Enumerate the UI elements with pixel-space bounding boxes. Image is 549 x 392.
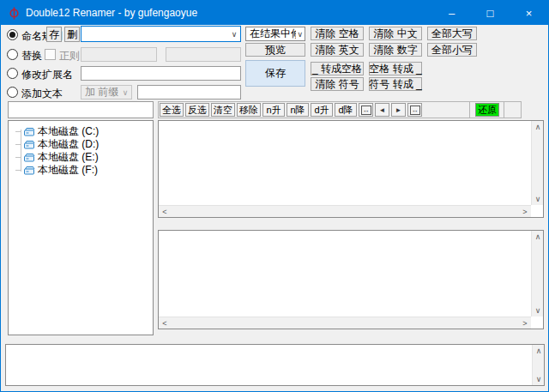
original-names-panel[interactable]: ∧ ∨ < > <box>158 120 544 218</box>
chevron-down-icon[interactable]: ∨ <box>228 30 240 39</box>
replace-with-field[interactable] <box>166 47 241 62</box>
add-text-label: 添加文本 <box>21 87 63 101</box>
log-panel[interactable]: ∧ ∨ <box>5 344 545 386</box>
clear-english-button[interactable]: 清除 英文 <box>311 43 364 57</box>
tree-item-drive-f[interactable]: 本地磁盘 (F:) <box>15 164 98 177</box>
modify-extension-label: 修改扩展名 <box>21 68 73 82</box>
toolbar-separator <box>469 102 470 118</box>
uppercase-button[interactable]: 全部大写 <box>427 27 477 40</box>
drive-icon <box>23 139 35 150</box>
scroll-up-icon[interactable]: ∧ <box>532 231 544 243</box>
move-first-icon: ↔ <box>361 106 371 115</box>
replace-find-field[interactable] <box>81 47 157 62</box>
select-all-button[interactable]: 全选 <box>160 103 184 117</box>
chevron-down-icon[interactable]: ∨ <box>296 30 305 39</box>
move-first-button[interactable]: ↔ <box>359 103 373 117</box>
tree-item-drive-e[interactable]: 本地磁盘 (E:) <box>15 151 99 164</box>
delete-rule-button[interactable]: 删 <box>64 27 80 42</box>
drive-icon <box>23 165 35 176</box>
tree-connector-stub <box>15 131 21 132</box>
radio-rename-rule[interactable] <box>7 29 18 40</box>
add-text-mode-dropdown[interactable]: 加 前缀 ∨ <box>81 85 132 100</box>
scroll-down-icon[interactable]: ∨ <box>532 305 544 317</box>
save-rule-button[interactable]: 存 <box>46 27 62 42</box>
scroll-down-icon[interactable]: ∨ <box>532 193 544 205</box>
drive-icon <box>23 126 35 137</box>
tree-item-drive-d[interactable]: 本地磁盘 (D:) <box>15 138 99 151</box>
drive-tree[interactable]: 本地磁盘 (C:) 本地磁盘 (D:) 本地磁盘 (E:) 本地磁盘 (F:) <box>8 120 154 335</box>
clear-spaces-button[interactable]: 清除 空格 <box>311 27 364 40</box>
lowercase-button[interactable]: 全部小写 <box>427 43 477 57</box>
invert-selection-button[interactable]: 反选 <box>185 103 209 117</box>
clear-chinese-button[interactable]: 清除 中文 <box>369 27 422 40</box>
scroll-right-icon[interactable]: > <box>519 206 531 218</box>
move-right-icon: ► <box>395 106 402 114</box>
scroll-right-icon[interactable]: > <box>519 317 531 329</box>
extension-field[interactable] <box>81 66 241 81</box>
symbol-to-underscore-button[interactable]: 符号 转成 _ <box>369 77 422 91</box>
name-sort-asc-button[interactable]: n升 <box>262 103 285 117</box>
scroll-up-icon[interactable]: ∧ <box>532 121 544 133</box>
add-text-mode-value: 加 前缀 <box>81 85 119 100</box>
close-button[interactable]: × <box>510 1 548 25</box>
drive-icon <box>23 152 35 163</box>
move-last-button[interactable]: ↔ <box>407 103 422 117</box>
path-input[interactable] <box>8 101 154 118</box>
date-sort-asc-button[interactable]: d升 <box>311 103 333 117</box>
vertical-scrollbar[interactable]: ∧ ∨ <box>532 345 544 385</box>
preview-button[interactable]: 预览 <box>245 43 305 57</box>
restore-button[interactable]: 还原 <box>475 103 499 117</box>
clear-list-button[interactable]: 清空 <box>211 103 235 117</box>
tree-item-label: 本地磁盘 (F:) <box>38 163 98 178</box>
replace-label: 替换 <box>21 49 42 63</box>
clear-symbols-button[interactable]: 清除 符号 <box>311 77 364 91</box>
add-text-field[interactable] <box>137 85 241 100</box>
date-sort-desc-button[interactable]: d降 <box>335 103 357 117</box>
regex-label: 正则 <box>59 49 80 63</box>
rename-pattern-combobox[interactable]: ∨ <box>81 26 241 42</box>
space-to-underscore-button[interactable]: 空格 转成 _ <box>369 62 422 75</box>
radio-add-text[interactable] <box>7 87 18 98</box>
underscore-to-space-button[interactable]: _ 转成空格 <box>311 62 364 75</box>
move-left-button[interactable]: ◄ <box>375 103 389 117</box>
scroll-down-icon[interactable]: ∨ <box>533 373 545 385</box>
move-right-button[interactable]: ► <box>391 103 406 117</box>
scroll-left-icon[interactable]: < <box>159 317 171 329</box>
horizontal-scrollbar[interactable]: < > <box>159 205 531 217</box>
toolbar-separator <box>504 102 504 118</box>
result-names-panel[interactable]: ∧ ∨ < > <box>158 230 544 329</box>
app-icon <box>8 7 21 20</box>
tree-connector-stub <box>15 144 21 145</box>
tree-connector-stub <box>15 157 21 158</box>
app-window: Double12 Renamer - by gufengaoyue – □ × … <box>0 0 549 392</box>
name-sort-desc-button[interactable]: n降 <box>287 103 309 117</box>
regex-checkbox[interactable] <box>45 49 56 60</box>
scroll-up-icon[interactable]: ∧ <box>533 345 545 357</box>
tree-item-drive-c[interactable]: 本地磁盘 (C:) <box>15 125 99 138</box>
minimize-button[interactable]: – <box>432 1 471 25</box>
list-toolbar: 全选 反选 清空 移除 n升 n降 d升 d降 ↔ ◄ ► ↔ 还原 <box>158 101 522 118</box>
tree-connector-stub <box>15 170 21 171</box>
target-mode-value: 在结果中修改 <box>246 27 296 41</box>
horizontal-scrollbar[interactable]: < > <box>159 317 531 329</box>
save-button[interactable]: 保存 <box>245 60 305 87</box>
client-area: 命名规则 存 删 ∨ 替换 正则 修改扩展名 添加文本 加 前缀 ∨ 在结果中修… <box>1 25 548 391</box>
scroll-left-icon[interactable]: < <box>159 206 171 218</box>
maximize-button[interactable]: □ <box>471 1 510 25</box>
clear-digits-button[interactable]: 清除 数字 <box>369 43 422 57</box>
target-mode-dropdown[interactable]: 在结果中修改 ∨ <box>245 27 305 41</box>
titlebar: Double12 Renamer - by gufengaoyue – □ × <box>1 1 548 25</box>
remove-item-button[interactable]: 移除 <box>237 103 261 117</box>
radio-modify-extension[interactable] <box>7 68 18 79</box>
window-title: Double12 Renamer - by gufengaoyue <box>26 7 432 19</box>
move-last-icon: ↔ <box>410 106 420 115</box>
chevron-down-icon: ∨ <box>119 88 131 97</box>
radio-replace[interactable] <box>7 49 18 60</box>
move-left-icon: ◄ <box>379 106 386 114</box>
vertical-scrollbar[interactable]: ∧ ∨ <box>531 121 543 205</box>
vertical-scrollbar[interactable]: ∧ ∨ <box>531 231 543 317</box>
